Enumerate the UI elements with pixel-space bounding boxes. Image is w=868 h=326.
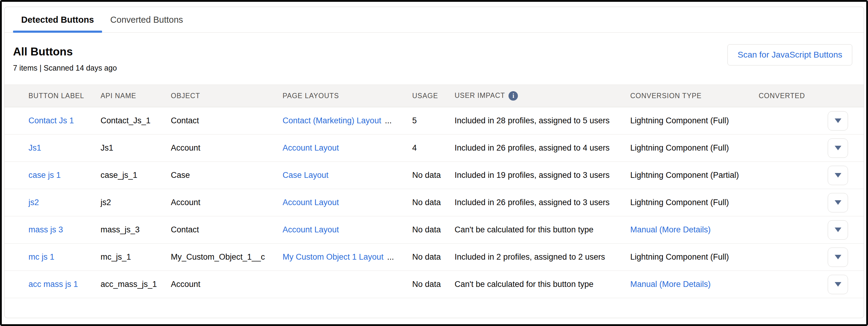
chevron-down-icon <box>835 146 841 150</box>
col-header-usage: USAGE <box>405 85 447 107</box>
button-label-link[interactable]: case js 1 <box>28 171 61 180</box>
page-layout-link[interactable]: Contact (Marketing) Layout <box>283 116 381 125</box>
object-text: Case <box>171 171 190 180</box>
api-name-text: Contact_Js_1 <box>100 116 151 125</box>
table-row: mc js 1 mc_js_1 My_Custom_Object_1__c My… <box>4 244 864 271</box>
api-name-text: acc_mass_js_1 <box>100 279 157 289</box>
screenshot-frame: Detected Buttons Converted Buttons All B… <box>0 0 868 326</box>
table-row: Js1 Js1 Account Account Layout 4 Include… <box>4 135 864 162</box>
user-impact-text: Can't be calculated for this button type <box>455 225 593 234</box>
usage-text: 4 <box>412 143 417 152</box>
table-body: Contact Js 1 Contact_Js_1 Contact Contac… <box>4 107 864 298</box>
table-row: js2 js2 Account Account Layout No data I… <box>4 189 864 216</box>
col-header-page-layouts: PAGE LAYOUTS <box>275 85 405 107</box>
row-actions-dropdown-button[interactable] <box>828 220 848 240</box>
table-row: mass js 3 mass_js_3 Contact Account Layo… <box>4 216 864 244</box>
buttons-table: BUTTON LABEL API NAME OBJECT PAGE LAYOUT… <box>4 85 864 298</box>
conversion-type-text: Lightning Component (Full) <box>630 253 729 262</box>
scan-for-javascript-buttons-button[interactable]: Scan for JavaScript Buttons <box>727 44 852 65</box>
button-label-link[interactable]: acc mass js 1 <box>28 279 78 289</box>
object-text: My_Custom_Object_1__c <box>171 253 265 262</box>
row-actions-dropdown-button[interactable] <box>828 139 848 158</box>
object-text: Contact <box>171 225 199 234</box>
usage-text: No data <box>412 225 441 234</box>
button-label-link[interactable]: mc js 1 <box>28 253 55 262</box>
col-header-converted: CONVERTED <box>751 85 864 107</box>
object-text: Account <box>171 279 200 289</box>
button-label-link[interactable]: Contact Js 1 <box>28 116 74 125</box>
page-layout-ellipsis: ... <box>387 253 394 262</box>
list-header: All Buttons 7 items | Scanned 14 days ag… <box>4 33 864 72</box>
user-impact-text: Included in 2 profiles, assigned to 2 us… <box>455 253 605 262</box>
usage-text: No data <box>412 279 441 289</box>
conversion-type-text: Lightning Component (Full) <box>630 143 729 152</box>
chevron-down-icon <box>835 200 841 205</box>
tab-detected-buttons[interactable]: Detected Buttons <box>13 7 102 32</box>
table-row: Contact Js 1 Contact_Js_1 Contact Contac… <box>4 107 864 135</box>
conversion-type-text: Lightning Component (Partial) <box>630 171 739 180</box>
object-text: Account <box>171 143 200 152</box>
usage-text: 5 <box>412 116 417 125</box>
col-header-object: OBJECT <box>163 85 275 107</box>
col-header-api-name: API NAME <box>93 85 163 107</box>
chevron-down-icon <box>835 228 841 232</box>
conversion-type-text: Lightning Component (Full) <box>630 116 729 125</box>
table-row: acc mass js 1 acc_mass_js_1 Account No d… <box>4 271 864 298</box>
row-actions-dropdown-button[interactable] <box>828 247 848 267</box>
user-impact-text: Included in 28 profiles, assigned to 5 u… <box>455 116 610 125</box>
object-text: Account <box>171 198 200 207</box>
api-name-text: mc_js_1 <box>100 253 131 262</box>
chevron-down-icon <box>835 282 841 287</box>
page-layout-link[interactable]: Account Layout <box>283 225 339 234</box>
usage-text: No data <box>412 253 441 262</box>
conversion-type-text: Lightning Component (Full) <box>630 198 729 207</box>
chevron-down-icon <box>835 173 841 178</box>
chevron-down-icon <box>835 118 841 123</box>
api-name-text: case_js_1 <box>100 171 137 180</box>
page-layout-ellipsis: ... <box>385 116 392 125</box>
object-text: Contact <box>171 116 199 125</box>
conversion-type-link[interactable]: Manual (More Details) <box>630 225 711 234</box>
page-title: All Buttons <box>13 46 117 58</box>
table-head: BUTTON LABEL API NAME OBJECT PAGE LAYOUT… <box>4 85 864 107</box>
user-impact-label: USER IMPACT <box>455 91 505 99</box>
page-layout-link[interactable]: My Custom Object 1 Layout <box>283 253 383 262</box>
api-name-text: js2 <box>100 198 111 207</box>
user-impact-text: Included in 26 profiles, assigned to 4 u… <box>455 143 610 152</box>
usage-text: No data <box>412 198 441 207</box>
button-label-link[interactable]: Js1 <box>28 143 41 152</box>
all-buttons-card: Detected Buttons Converted Buttons All B… <box>4 7 864 318</box>
table-header-row: BUTTON LABEL API NAME OBJECT PAGE LAYOUT… <box>4 85 864 107</box>
row-actions-dropdown-button[interactable] <box>828 275 848 294</box>
info-icon[interactable]: i <box>508 91 518 100</box>
conversion-type-link[interactable]: Manual (More Details) <box>630 279 711 289</box>
api-name-text: Js1 <box>100 143 113 152</box>
row-actions-dropdown-button[interactable] <box>828 111 848 130</box>
user-impact-text: Can't be calculated for this button type <box>455 279 593 289</box>
col-header-button-label: BUTTON LABEL <box>4 85 93 107</box>
button-label-link[interactable]: mass js 3 <box>28 225 63 234</box>
row-actions-dropdown-button[interactable] <box>828 166 848 185</box>
api-name-text: mass_js_3 <box>100 225 140 234</box>
chevron-down-icon <box>835 255 841 259</box>
row-actions-dropdown-button[interactable] <box>828 193 848 212</box>
col-header-user-impact: USER IMPACTi <box>447 85 623 107</box>
button-label-link[interactable]: js2 <box>28 198 39 207</box>
table-row: case js 1 case_js_1 Case Case Layout No … <box>4 162 864 189</box>
tab-bar: Detected Buttons Converted Buttons <box>4 7 864 33</box>
list-header-left: All Buttons 7 items | Scanned 14 days ag… <box>13 46 117 72</box>
tab-converted-buttons[interactable]: Converted Buttons <box>102 7 191 32</box>
page-layout-link[interactable]: Account Layout <box>283 143 339 152</box>
col-header-conversion-type: CONVERSION TYPE <box>623 85 751 107</box>
items-count-meta: 7 items | Scanned 14 days ago <box>13 64 117 72</box>
user-impact-text: Included in 26 profiles, assigned to 3 u… <box>455 198 610 207</box>
page-layout-link[interactable]: Case Layout <box>283 171 329 180</box>
page-layout-link[interactable]: Account Layout <box>283 198 339 207</box>
usage-text: No data <box>412 171 441 180</box>
user-impact-text: Included in 19 profiles, assigned to 3 u… <box>455 171 610 180</box>
